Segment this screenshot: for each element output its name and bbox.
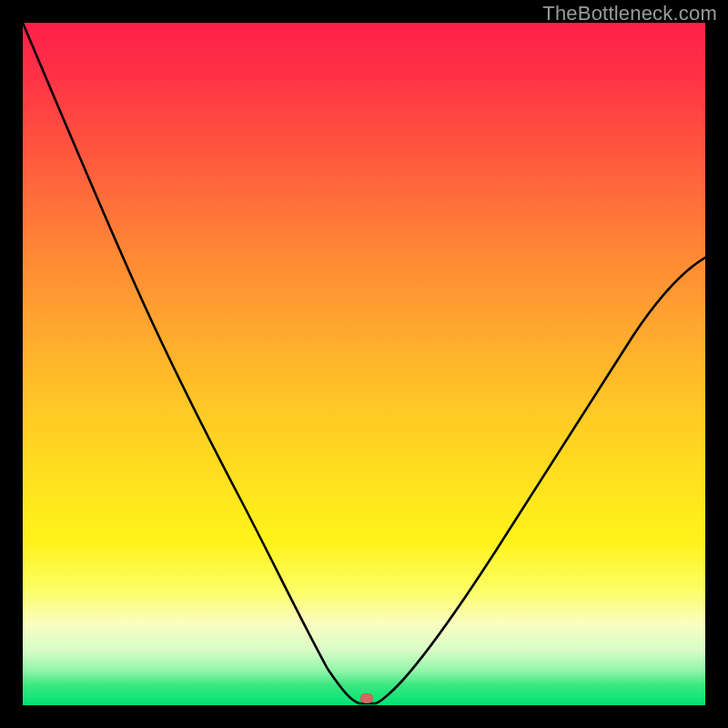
optimum-marker [360, 693, 373, 703]
curve-svg [23, 23, 705, 705]
chart-frame: TheBottleneck.com [0, 0, 728, 728]
bottleneck-curve-path [23, 23, 705, 703]
plot-area [23, 23, 705, 705]
